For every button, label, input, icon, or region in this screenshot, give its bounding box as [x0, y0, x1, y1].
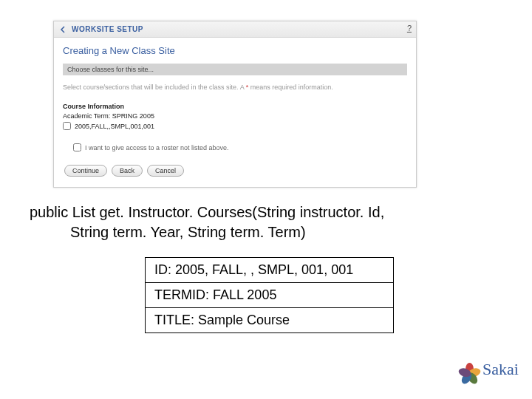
instruction-part-a: Select course/sections that will be incl… [63, 83, 246, 91]
back-button[interactable]: Back [112, 165, 143, 177]
content-area: Creating a New Class Site Choose classes… [54, 38, 416, 187]
course-option-row[interactable]: 2005,FALL,,SMPL,001,001 [63, 122, 407, 130]
window-title: WORKSITE SETUP [72, 25, 143, 33]
term-value: SPRING 2005 [112, 112, 154, 120]
info-table: ID: 2005, FALL, , SMPL, 001, 001 TERMID:… [145, 257, 394, 333]
term-label: Academic Term: [63, 112, 112, 120]
button-row: Continue Back Cancel [63, 165, 407, 177]
roster-checkbox[interactable] [73, 143, 81, 151]
roster-row[interactable]: I want to give access to a roster not li… [73, 143, 407, 151]
page-title: Creating a New Class Site [63, 45, 407, 56]
app-window: WORKSITE SETUP ? Creating a New Class Si… [53, 21, 417, 188]
titlebar: WORKSITE SETUP ? [54, 21, 416, 38]
back-arrow-icon[interactable] [58, 24, 69, 35]
cancel-button[interactable]: Cancel [147, 165, 184, 177]
brand-logo: Sakai [460, 359, 519, 380]
brand-name: Sakai [482, 360, 519, 379]
code-line-1: public List get. Instructor. Courses(Str… [30, 202, 495, 222]
info-title: TITLE: Sample Course [146, 308, 394, 333]
term-line: Academic Term: SPRING 2005 [63, 112, 407, 120]
code-line-2: String term. Year, String term. Term) [30, 222, 495, 242]
roster-label: I want to give access to a roster not li… [85, 144, 229, 151]
section-bar: Choose classes for this site... [63, 64, 407, 75]
info-termid: TERMID: FALL 2005 [146, 283, 394, 308]
help-icon[interactable]: ? [407, 24, 412, 33]
continue-button[interactable]: Continue [64, 165, 107, 177]
course-option-label: 2005,FALL,,SMPL,001,001 [75, 123, 154, 130]
course-option-checkbox[interactable] [63, 122, 71, 130]
instruction-part-b: means required information. [248, 83, 333, 91]
course-info-heading: Course Information [63, 103, 407, 110]
info-id: ID: 2005, FALL, , SMPL, 001, 001 [146, 258, 394, 283]
instruction-text: Select course/sections that will be incl… [63, 83, 407, 92]
code-signature: public List get. Instructor. Courses(Str… [30, 202, 495, 242]
logo-flower-icon [460, 359, 480, 380]
